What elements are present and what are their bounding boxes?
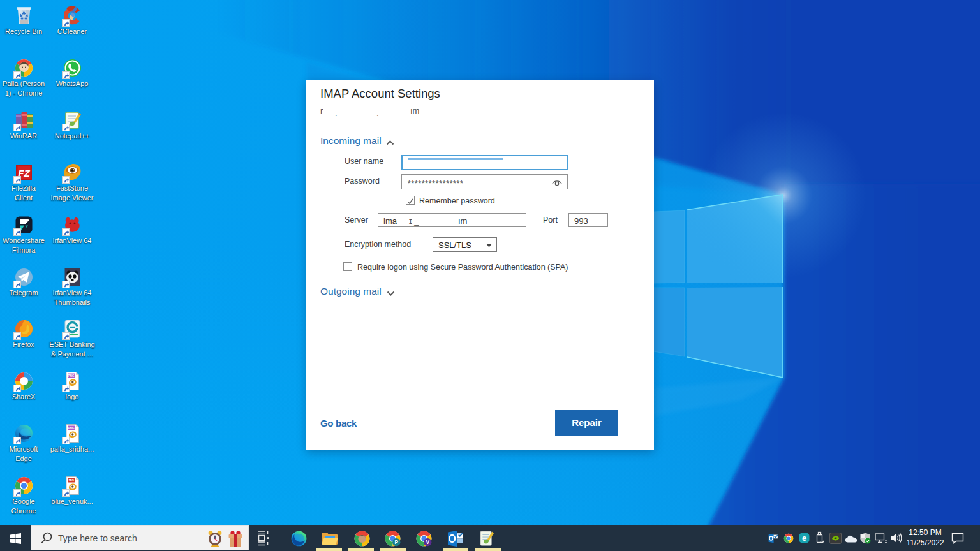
svg-text:V: V <box>426 539 429 545</box>
svg-text:e: e <box>802 533 806 543</box>
svg-text:JPG: JPG <box>68 479 74 482</box>
svg-text:PNG: PNG <box>68 427 74 430</box>
svg-text:PNG: PNG <box>68 374 74 378</box>
svg-text:P: P <box>394 539 398 545</box>
